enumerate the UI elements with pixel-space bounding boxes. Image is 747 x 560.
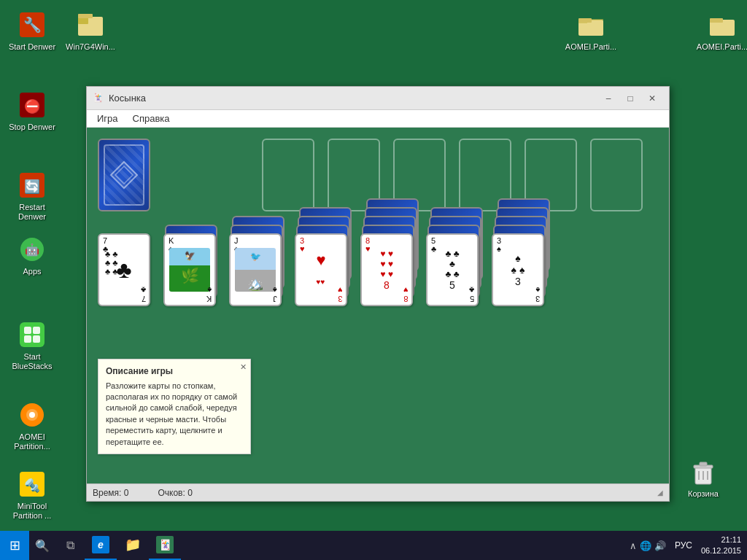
description-title: Описание игры <box>106 365 243 378</box>
menu-game[interactable]: Игра <box>90 112 125 125</box>
window-controls: – □ ✕ <box>597 90 663 106</box>
explorer-taskbar-button[interactable]: 📁 <box>117 531 149 560</box>
svg-rect-16 <box>24 327 31 334</box>
edge-taskbar-button[interactable]: e <box>85 531 117 560</box>
column-7[interactable]: 3♠ ♠♠ ♠3 3♠ <box>492 233 544 306</box>
stop-denwer-label: Stop Denwer <box>6 122 58 132</box>
minitool-icon: 🔩 <box>18 470 47 499</box>
card-suit-center: ♥♥♥ <box>316 251 325 289</box>
desktop-icon-restart-denwer[interactable]: 🔄 Restart Denwer <box>3 168 61 225</box>
close-button[interactable]: ✕ <box>641 90 663 106</box>
clock-date: 06.12.2015 <box>701 545 741 556</box>
card-rank-bottom: J♠ <box>273 286 277 303</box>
card-5-clubs[interactable]: 5♣ ♣ ♣♣♣ ♣5 5♣ <box>426 233 479 306</box>
deck-card[interactable] <box>98 139 150 211</box>
svg-text:🔄: 🔄 <box>24 179 41 195</box>
column-2[interactable]: K♠ 🌿 🦅 K♠ <box>163 233 216 306</box>
score-label: Очков: <box>158 488 185 498</box>
svg-text:🤖: 🤖 <box>25 243 39 257</box>
column-3[interactable]: J♠ 🏔️ 🐦 J♠ <box>229 233 282 306</box>
desktop: 🔧 Start Denwer Win7G4Win... AOMEI.Parti.… <box>0 0 747 560</box>
svg-rect-27 <box>700 462 707 466</box>
svg-rect-8 <box>710 18 723 23</box>
desktop-icon-recycle-bin[interactable]: Корзина <box>674 454 732 502</box>
minitool-label: MiniTool Partition ... <box>6 502 58 521</box>
search-button[interactable]: 🔍 <box>29 531 55 560</box>
svg-text:⛔: ⛔ <box>24 98 41 114</box>
restart-denwer-label: Restart Denwer <box>6 203 58 222</box>
svg-rect-17 <box>33 327 40 334</box>
win7g4win-label: Win7G4Win... <box>64 42 117 52</box>
svg-rect-15 <box>20 322 44 347</box>
card-7-clubs[interactable]: 7♣ ♣ 7♣ ♣ ♣♣ ♣♣ ♣ <box>98 233 150 306</box>
solitaire-window: 🃏 Косынка – □ ✕ Игра Справка <box>86 86 670 502</box>
task-view-button[interactable]: ⧉ <box>55 531 85 560</box>
window-title: Косынка <box>109 93 593 104</box>
column-1[interactable]: 7♣ ♣ 7♣ ♣ ♣♣ ♣♣ ♣ <box>98 233 150 306</box>
desktop-icon-win7g4win[interactable]: Win7G4Win... <box>61 7 120 55</box>
bluestacks-icon <box>18 320 47 349</box>
desktop-icon-aomei1[interactable]: AOMEI.Parti... <box>562 7 620 55</box>
minimize-button[interactable]: – <box>597 90 619 106</box>
taskbar: ⊞ 🔍 ⧉ e 📁 🃏 ∧ 🌐 🔊 РУС 21:11 06.12.2015 <box>0 531 747 560</box>
apps-label: Apps <box>6 267 58 276</box>
card-rank-top: 8♥ <box>365 237 371 253</box>
game-area[interactable]: 7♣ ♣ 7♣ ♣ ♣♣ ♣♣ ♣ K♠ 🌿 🦅 K♠ <box>87 128 669 483</box>
score-value: 0 <box>187 488 193 498</box>
svg-rect-4 <box>78 14 93 18</box>
description-text: Разложите карты по стопкам, располагая и… <box>106 381 243 448</box>
card-rank-bottom: 7♣ <box>141 286 146 303</box>
stop-denwer-icon: ⛔ <box>18 90 47 120</box>
svg-text:🔧: 🔧 <box>23 16 42 34</box>
aomei2-icon <box>708 10 737 39</box>
aomei2-label: AOMEI.Parti... <box>696 42 747 52</box>
desktop-icon-stop-denwer[interactable]: ⛔ Stop Denwer <box>3 88 61 135</box>
aomei1-label: AOMEI.Parti... <box>565 42 617 52</box>
solitaire-taskbar-button[interactable]: 🃏 <box>149 531 181 560</box>
card-king[interactable]: K♠ 🌿 🦅 K♠ <box>163 233 216 306</box>
desktop-icon-bluestacks[interactable]: Start BlueStacks <box>3 317 61 374</box>
foundation-slot-6[interactable] <box>590 139 643 211</box>
column-6[interactable]: 5♣ ♣ ♣♣♣ ♣5 5♣ <box>426 233 479 306</box>
svg-rect-19 <box>33 335 40 343</box>
taskbar-clock[interactable]: 21:11 06.12.2015 <box>695 534 747 557</box>
tray-volume-icon[interactable]: 🔊 <box>654 540 666 551</box>
system-tray: ∧ 🌐 🔊 <box>624 540 672 551</box>
desktop-icon-apps[interactable]: 🤖 Apps <box>3 232 61 279</box>
time-label: Время: <box>93 488 121 498</box>
language-indicator[interactable]: РУС <box>672 540 695 551</box>
tray-arrow-icon[interactable]: ∧ <box>630 540 637 551</box>
start-denwer-icon: 🔧 <box>18 10 47 39</box>
resize-handle[interactable]: ◢ <box>657 489 663 497</box>
svg-text:🔩: 🔩 <box>24 478 41 494</box>
desktop-icon-start-denwer[interactable]: 🔧 Start Denwer <box>3 7 61 55</box>
description-close-button[interactable]: ✕ <box>240 362 247 373</box>
card-suit-center: ♣ <box>117 257 132 284</box>
maximize-button[interactable]: □ <box>619 90 641 106</box>
start-denwer-label: Start Denwer <box>6 42 58 52</box>
desktop-icon-aomei2[interactable]: AOMEI.Parti... <box>693 7 747 55</box>
desktop-icon-aomei-partition[interactable]: AOMEI Partition... <box>3 397 61 454</box>
window-titlebar[interactable]: 🃏 Косынка – □ ✕ <box>87 87 669 110</box>
tray-network-icon[interactable]: 🌐 <box>640 540 651 551</box>
foundation-slot-1[interactable] <box>262 139 314 211</box>
window-app-icon: 🃏 <box>93 93 104 104</box>
card-3-hearts[interactable]: 3♥ ♥♥♥ 3♥ <box>295 233 347 306</box>
menu-help[interactable]: Справка <box>125 112 177 125</box>
card-3-spades[interactable]: 3♠ ♠♠ ♠3 3♠ <box>492 233 544 306</box>
aomei1-icon <box>576 10 605 39</box>
column-4[interactable]: 3♥ ♥♥♥ 3♥ <box>295 233 347 306</box>
recycle-bin-icon <box>689 457 718 486</box>
desktop-icon-minitool[interactable]: 🔩 MiniTool Partition ... <box>3 467 61 524</box>
card-jack[interactable]: J♠ 🏔️ 🐦 J♠ <box>229 233 282 306</box>
column-5[interactable]: 8♥ ♥ ♥♥ ♥♥ ♥8 8♥ <box>360 233 413 306</box>
card-rank-bottom: 3♥ <box>338 286 343 303</box>
card-8-hearts[interactable]: 8♥ ♥ ♥♥ ♥♥ ♥8 8♥ <box>360 233 413 306</box>
clock-time: 21:11 <box>701 534 741 545</box>
start-button[interactable]: ⊞ <box>0 531 29 560</box>
description-box: ✕ Описание игры Разложите карты по стопк… <box>98 359 251 454</box>
card-rank-bottom: 5♣ <box>469 286 474 303</box>
card-rank-top: 5♣ <box>431 237 436 253</box>
window-menubar: Игра Справка <box>87 110 669 128</box>
solitaire-icon: 🃏 <box>156 536 174 553</box>
